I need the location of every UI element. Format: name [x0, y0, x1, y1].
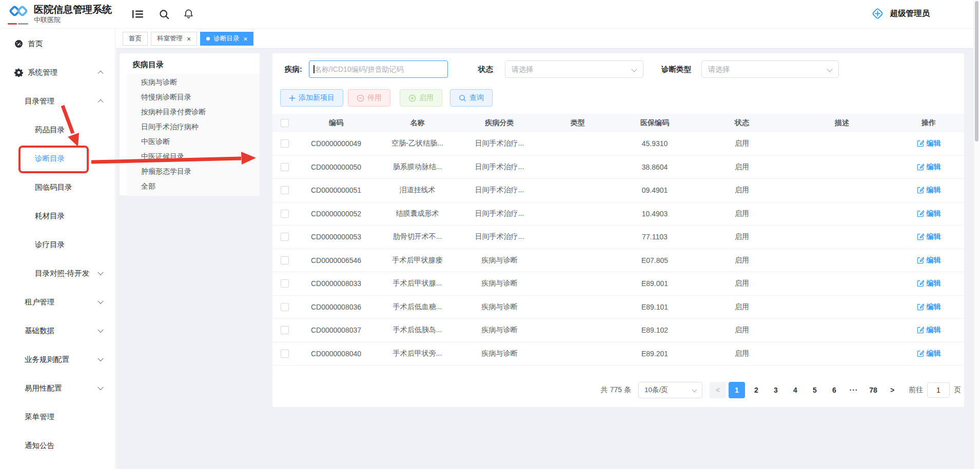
close-icon[interactable]: ×	[243, 35, 247, 43]
enable-button[interactable]: 启用	[400, 89, 442, 107]
tab-department-management[interactable]: 科室管理×	[151, 32, 197, 46]
row-checkbox[interactable]	[281, 256, 289, 264]
sidebar-item-catalog-mapping[interactable]: 目录对照-待开发	[0, 259, 115, 288]
sidebar-item-label: 菜单管理	[25, 412, 54, 422]
row-checkbox[interactable]	[281, 163, 289, 171]
sidebar-item-home[interactable]: 首页	[0, 29, 115, 58]
cell-select	[272, 156, 297, 179]
edit-label: 编辑	[927, 162, 941, 172]
page-size-select[interactable]: 10条/页	[638, 382, 702, 398]
edit-icon	[917, 187, 924, 194]
row-checkbox[interactable]	[281, 326, 289, 334]
page-button-78[interactable]: 78	[865, 382, 881, 398]
panel-item-1[interactable]: 疾病与诊断	[127, 75, 260, 90]
cell-name: 手术后甲状腺瘘	[375, 249, 460, 272]
close-icon[interactable]: ×	[187, 35, 191, 43]
row-checkbox[interactable]	[281, 303, 289, 311]
disable-button[interactable]: 停用	[348, 89, 390, 107]
cell-operations: 编辑	[893, 272, 964, 295]
tab-home[interactable]: 首页	[123, 32, 148, 46]
cell-description	[791, 202, 893, 226]
search-icon[interactable]	[159, 9, 169, 19]
edit-label: 编辑	[927, 186, 941, 195]
gear-icon	[14, 68, 23, 77]
cell-operations: 编辑	[893, 319, 964, 342]
user-menu[interactable]: 超级管理员	[871, 7, 930, 21]
edit-button[interactable]: 编辑	[917, 209, 941, 218]
diagnosis-type-select[interactable]: 请选择	[701, 60, 839, 78]
row-checkbox[interactable]	[281, 210, 289, 218]
cell-select	[272, 179, 297, 202]
edit-button[interactable]: 编辑	[917, 162, 941, 172]
edit-button[interactable]: 编辑	[917, 325, 941, 335]
edit-label: 编辑	[927, 279, 941, 288]
status-select[interactable]: 请选择	[505, 60, 643, 78]
edit-button[interactable]: 编辑	[917, 256, 941, 265]
cell-category: 日间手术治疗...	[460, 179, 539, 202]
page-button-5[interactable]: 5	[807, 382, 823, 398]
next-page-button[interactable]: >	[884, 382, 900, 398]
sidebar-item-consumable-catalog[interactable]: 耗材目录	[0, 201, 115, 230]
disease-catalog-panel: 疾病目录 疾病与诊断特慢病诊断目录按病种目录付费诊断日间手术治疗病种中医诊断中医…	[120, 53, 260, 195]
column-header-description: 描述	[791, 114, 893, 132]
panel-item-8[interactable]: 全部	[127, 179, 260, 194]
table-row: CD0000000052结膜囊成形术日间手术治疗...10.4903启用编辑	[272, 202, 964, 226]
sidebar-item-basic-data[interactable]: 基础数据	[0, 316, 115, 345]
disease-search-input[interactable]	[315, 61, 444, 77]
edit-button[interactable]: 编辑	[917, 302, 941, 312]
row-checkbox[interactable]	[281, 233, 289, 241]
page-button-2[interactable]: 2	[748, 382, 765, 398]
panel-item-6[interactable]: 中医证候目录	[127, 149, 260, 164]
page-button-1[interactable]: 1	[729, 382, 745, 398]
sidebar-item-business-rule-config[interactable]: 业务规则配置	[0, 345, 115, 374]
cell-operations: 编辑	[893, 132, 964, 155]
cell-insurance-code: E89.102	[616, 319, 693, 342]
sidebar-item-notice[interactable]: 通知公告	[0, 431, 115, 460]
row-checkbox[interactable]	[281, 279, 289, 288]
cell-status: 启用	[693, 249, 791, 272]
panel-item-3[interactable]: 按病种目录付费诊断	[127, 105, 260, 119]
edit-icon	[917, 280, 924, 287]
sidebar-item-catalog-management[interactable]: 目录管理	[0, 87, 115, 115]
prev-page-button[interactable]: <	[710, 382, 726, 398]
chevron-down-icon	[827, 66, 832, 72]
sidebar-item-drug-catalog[interactable]: 药品目录	[0, 115, 115, 144]
collapse-sidebar-icon[interactable]	[132, 10, 143, 18]
edit-button[interactable]: 编辑	[917, 232, 941, 241]
edit-button[interactable]: 编辑	[917, 139, 941, 148]
cell-select	[272, 319, 297, 342]
scrollbar[interactable]	[973, 0, 980, 469]
sidebar-item-usability-config[interactable]: 易用性配置	[0, 374, 115, 402]
panel-item-7[interactable]: 肿瘤形态学目录	[127, 164, 260, 179]
scrollbar-thumb[interactable]	[975, 1, 978, 141]
chevron-down-icon	[97, 356, 103, 361]
notifications-bell-icon[interactable]	[184, 9, 193, 19]
select-all-checkbox[interactable]	[281, 119, 289, 127]
column-header-category: 疾病分类	[460, 114, 539, 132]
row-checkbox[interactable]	[281, 186, 289, 194]
tab-diagnosis-catalog[interactable]: 诊断目录×	[200, 32, 253, 46]
page-button-3[interactable]: 3	[768, 382, 784, 398]
table-body: CD0000000049空肠-乙状结肠...日间手术治疗...45.9310启用…	[272, 132, 964, 365]
edit-button[interactable]: 编辑	[917, 186, 941, 195]
sidebar-item-treatment-catalog[interactable]: 诊疗目录	[0, 230, 115, 259]
sidebar-item-diagnosis-catalog[interactable]: 诊断目录	[0, 144, 115, 173]
query-button[interactable]: 查询	[450, 89, 493, 107]
sidebar-item-national-code-catalog[interactable]: 国临码目录	[0, 173, 115, 201]
edit-button[interactable]: 编辑	[917, 349, 941, 358]
panel-item-2[interactable]: 特慢病诊断目录	[127, 90, 260, 105]
panel-item-4[interactable]: 日间手术治疗病种	[127, 119, 260, 134]
sidebar-item-menu-management[interactable]: 菜单管理	[0, 402, 115, 431]
panel-item-5[interactable]: 中医诊断	[127, 134, 260, 149]
page-button-4[interactable]: 4	[787, 382, 803, 398]
sidebar-item-system-management[interactable]: 系统管理	[0, 58, 115, 87]
goto-page-input[interactable]	[927, 382, 950, 398]
page-button-6[interactable]: 6	[826, 382, 842, 398]
cell-category: 疾病与诊断	[460, 342, 539, 365]
edit-button[interactable]: 编辑	[917, 279, 941, 288]
row-checkbox[interactable]	[281, 139, 289, 148]
add-new-item-button[interactable]: 添加新项目	[280, 89, 343, 107]
row-checkbox[interactable]	[281, 350, 289, 358]
sidebar-item-tenant-management[interactable]: 租户管理	[0, 288, 115, 316]
chevron-down-icon	[97, 384, 103, 390]
